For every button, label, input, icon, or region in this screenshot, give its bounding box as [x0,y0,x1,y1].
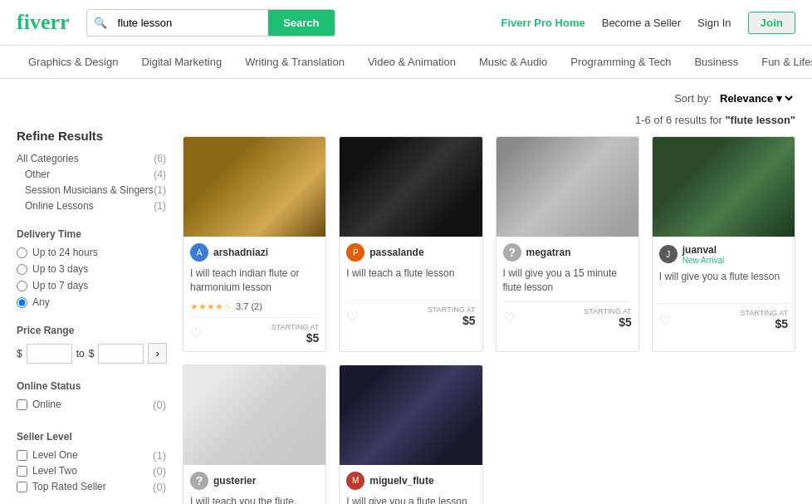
level-one-row: Level One (1) [17,449,166,465]
card-6[interactable]: M miguelv_flute I will give you a flute … [339,365,482,504]
results-content: Sort by: Relevance ▾ 1-6 of 6 results fo… [183,87,795,504]
card-4-heart-icon[interactable]: ♡ [659,312,671,328]
top-rated-row: Top Rated Seller (0) [17,481,166,497]
card-3-username: megatran [526,247,571,258]
sort-select[interactable]: Relevance ▾ [717,91,795,105]
header: fiverr 🔍 Search Fiverr Pro Home Become a… [0,0,812,46]
card-1[interactable]: A arshadniazi I will teach indian flute … [183,136,326,352]
card-5-body: ? gusterier I will teach you the flute, … [183,465,325,504]
nav-fun-lifestyle[interactable]: Fun & Lifestyle [750,46,812,78]
sort-label: Sort by: [674,92,712,105]
filter-price-range: Price Range $ to $ › [17,325,166,364]
delivery-any[interactable]: Any [17,296,166,308]
nav: Graphics & Design Digital Marketing Writ… [0,46,812,79]
all-categories-count: (6) [154,153,166,164]
card-2-user: P passalande [346,243,475,262]
category-session-musicians[interactable]: Session Musicians & Singers(1) [25,184,166,196]
nav-writing-translation[interactable]: Writing & Translation [233,46,356,78]
price-to-label: to [76,348,85,360]
results-count-text: 1-6 of 6 results for [635,114,725,126]
filter-delivery-time: Delivery Time Up to 24 hours Up to 3 day… [17,228,166,308]
refine-results-title: Refine Results [17,129,166,143]
card-1-heart-icon[interactable]: ♡ [190,325,202,341]
card-3-heart-icon[interactable]: ♡ [503,310,515,325]
card-6-avatar: M [346,472,364,490]
sort-bar: Sort by: Relevance ▾ [183,87,795,114]
level-one-label[interactable]: Level One [17,449,78,461]
category-list: Other(4) Session Musicians & Singers(1) … [17,169,166,212]
card-2[interactable]: P passalande I will teach a flute lesson… [339,136,482,352]
nav-graphics-design[interactable]: Graphics & Design [17,46,130,78]
header-links: Fiverr Pro Home Become a Seller Sign In … [501,12,795,34]
top-rated-label[interactable]: Top Rated Seller [17,481,106,492]
nav-programming-tech[interactable]: Programming & Tech [559,46,682,78]
card-4-title: I will give you a flute lesson [659,270,788,296]
card-5-title: I will teach you the flute, clarinet, or… [190,495,319,504]
top-rated-checkbox[interactable] [17,482,27,492]
nav-business[interactable]: Business [682,46,750,78]
delivery-7d[interactable]: Up to 7 days [17,280,166,291]
main-content: Refine Results All Categories (6) Other(… [0,79,812,504]
online-checkbox[interactable] [17,399,27,410]
sidebar: Refine Results All Categories (6) Other(… [17,87,183,504]
card-4-body: J juanval New Arrival I will give you a … [653,237,795,337]
price-range-title: Price Range [17,325,166,336]
level-two-label[interactable]: Level Two [17,465,77,477]
card-3-body: ? megatran I will give you a 15 minute f… [496,237,638,335]
card-3[interactable]: ? megatran I will give you a 15 minute f… [496,136,639,352]
level-two-checkbox[interactable] [17,466,27,477]
card-6-body: M miguelv_flute I will give you a flute … [340,465,482,504]
seller-level-title: Seller Level [17,431,166,443]
card-4[interactable]: J juanval New Arrival I will give you a … [652,136,795,352]
category-online-lessons[interactable]: Online Lessons(1) [25,200,166,212]
join-button[interactable]: Join [748,12,795,34]
card-3-user: ? megatran [503,243,632,262]
card-4-price: STARTING AT $5 [740,309,788,330]
card-2-footer: ♡ STARTING AT $5 [346,300,475,327]
nav-video-animation[interactable]: Video & Animation [356,46,467,78]
price-range-inputs: $ to $ › [17,343,166,364]
sign-in-link[interactable]: Sign In [697,17,731,29]
delivery-options: Up to 24 hours Up to 3 days Up to 7 days… [17,247,166,308]
nav-music-audio[interactable]: Music & Audio [467,46,559,78]
card-2-image [340,137,482,237]
level-one-checkbox[interactable] [17,450,27,461]
card-4-new-arrival: New Arrival [682,256,725,265]
become-seller-link[interactable]: Become a Seller [602,17,681,29]
card-1-rating: ★★★★☆ 3.7 (2) [190,301,319,312]
delivery-24h[interactable]: Up to 24 hours [17,247,166,258]
filter-seller-level: Seller Level Level One (1) Level Two (0)… [17,431,166,497]
card-5-image [183,365,325,465]
results-grid: A arshadniazi I will teach indian flute … [183,136,795,504]
card-2-heart-icon[interactable]: ♡ [346,309,358,325]
all-categories-label: All Categories [17,153,79,164]
price-from-input[interactable] [27,344,72,364]
all-categories[interactable]: All Categories (6) [17,153,166,164]
logo[interactable]: fiverr [17,10,70,35]
card-3-footer: ♡ STARTING AT $5 [503,301,632,329]
price-to-symbol: $ [89,348,95,360]
search-input[interactable] [114,11,269,35]
card-1-footer: ♡ STARTING AT $5 [190,317,319,345]
card-4-avatar: J [659,245,677,263]
card-5[interactable]: ? gusterier I will teach you the flute, … [183,365,326,504]
category-other[interactable]: Other(4) [25,169,166,180]
online-checkbox-label[interactable]: Online [17,399,61,410]
fiverr-pro-link[interactable]: Fiverr Pro Home [501,17,585,29]
card-1-image [183,137,325,237]
search-icon: 🔍 [87,17,114,29]
delivery-3d[interactable]: Up to 3 days [17,263,166,275]
price-to-input[interactable] [98,344,144,364]
card-5-username: gusterier [213,475,256,487]
nav-digital-marketing[interactable]: Digital Marketing [130,46,233,78]
card-6-username: miguelv_flute [369,475,433,487]
search-button[interactable]: Search [268,10,334,36]
price-submit-button[interactable]: › [148,343,166,364]
search-bar: 🔍 Search [86,9,335,37]
card-1-title: I will teach indian flute or harmonium l… [190,267,319,295]
card-2-body: P passalande I will teach a flute lesson… [340,237,482,334]
card-4-image [653,137,795,237]
filter-online-status: Online Status Online (0) [17,380,166,414]
card-2-price: STARTING AT $5 [428,306,476,327]
online-status-title: Online Status [17,380,166,392]
